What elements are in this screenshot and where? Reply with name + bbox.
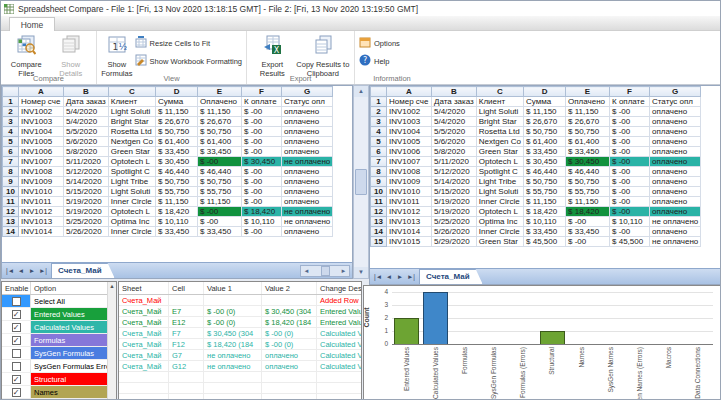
- grid-cell[interactable]: 5/26/2020: [64, 227, 109, 237]
- grid-cell[interactable]: $ -00: [242, 127, 282, 137]
- grid-cell[interactable]: $ 33,450: [524, 227, 566, 237]
- grid-cell[interactable]: 5/15/2020: [64, 187, 109, 197]
- grid-cell[interactable]: $ -00: [566, 237, 610, 247]
- checkbox[interactable]: ✓: [12, 388, 21, 397]
- option-label[interactable]: Formulas: [31, 334, 107, 347]
- option-label[interactable]: Names: [31, 386, 107, 399]
- enable-cell[interactable]: [2, 347, 31, 360]
- grid-cell[interactable]: $ 55,750: [566, 187, 610, 197]
- option-label[interactable]: Entered Values: [31, 308, 107, 321]
- grid-cell[interactable]: INV1004: [19, 127, 64, 137]
- grid-cell[interactable]: $ -00: [198, 217, 242, 227]
- grid-cell[interactable]: $ 50,750: [524, 177, 566, 187]
- grid-cell[interactable]: $ 18,420: [242, 207, 282, 217]
- grid-cell[interactable]: оплачено: [650, 177, 701, 187]
- grid-cell[interactable]: Сумма: [156, 97, 198, 107]
- grid-cell[interactable]: Light Soluti: [476, 187, 523, 197]
- grid-cell[interactable]: оплачено: [650, 227, 701, 237]
- grid-cell[interactable]: Light Soluti: [108, 107, 155, 117]
- sheet-tab-file1[interactable]: Счета_Май: [51, 263, 115, 278]
- grid-cell[interactable]: оплачено: [650, 107, 701, 117]
- grid-cell[interactable]: INV1005: [19, 137, 64, 147]
- first-sheet-icon[interactable]: |◄: [5, 264, 15, 278]
- enable-cell[interactable]: ✓: [2, 334, 31, 347]
- checkbox[interactable]: [12, 349, 21, 358]
- grid-cell[interactable]: INV1009: [19, 177, 64, 187]
- grid-cell[interactable]: $ 30,450: [566, 157, 610, 167]
- grid-cell[interactable]: $ -00: [242, 197, 282, 207]
- grid-cell[interactable]: $ -00: [242, 227, 282, 237]
- grid-cell[interactable]: К оплате: [242, 97, 282, 107]
- options-scrollbar[interactable]: ▲: [107, 282, 116, 400]
- grid-cell[interactable]: оплачено: [282, 127, 333, 137]
- grid-cell[interactable]: INV1007: [19, 157, 64, 167]
- result-row[interactable]: Счета_МайF12$ 18,420 (184$ -00 (0)Calcul…: [119, 339, 361, 350]
- option-row[interactable]: ✓Structural: [2, 373, 107, 386]
- grid-cell[interactable]: $ 11,150: [524, 107, 566, 117]
- grid-cell[interactable]: 5/8/2020: [432, 147, 477, 157]
- grid-cell[interactable]: INV1015: [387, 237, 432, 247]
- result-row[interactable]: Счета_МайG12не оплаченооплаченоCalculate…: [119, 361, 361, 372]
- show-workbook-formatting-button[interactable]: Show Workbook Formatting: [135, 54, 242, 68]
- grid-cell[interactable]: Optotech L: [476, 207, 523, 217]
- show-formulas-button[interactable]: 1½ Show Formulas: [101, 33, 133, 78]
- grid-cell[interactable]: Optotech L: [476, 157, 523, 167]
- grid-cell[interactable]: Nextgen Co: [108, 137, 155, 147]
- grid-cell[interactable]: $ -00: [610, 207, 650, 217]
- grid-cell[interactable]: INV1013: [387, 217, 432, 227]
- grid-cell[interactable]: К оплате: [610, 97, 650, 107]
- grid-cell[interactable]: INV1008: [387, 167, 432, 177]
- grid-cell[interactable]: $ 46,440: [156, 167, 198, 177]
- grid-cell[interactable]: $ 33,450: [156, 227, 198, 237]
- grid-cell[interactable]: $ 10,110: [610, 217, 650, 227]
- grid-cell[interactable]: 5/6/2020: [64, 137, 109, 147]
- grid-cell[interactable]: 5/4/2020: [432, 107, 477, 117]
- grid-cell[interactable]: Green Star: [476, 147, 523, 157]
- option-label[interactable]: Calculated Values: [31, 321, 107, 334]
- grid-cell[interactable]: $ 26,670: [524, 117, 566, 127]
- grid-cell[interactable]: оплачено: [650, 147, 701, 157]
- grid-cell[interactable]: оплачено: [282, 187, 333, 197]
- grid-cell[interactable]: $ -00: [610, 107, 650, 117]
- grid-cell[interactable]: INV1010: [387, 187, 432, 197]
- grid-cell[interactable]: $ 33,450: [198, 227, 242, 237]
- grid-cell[interactable]: не оплачено: [282, 217, 333, 227]
- grid-cell[interactable]: $ 33,450: [198, 147, 242, 157]
- grid-cell[interactable]: 5/15/2020: [432, 187, 477, 197]
- grid-cell[interactable]: $ 46,440: [524, 167, 566, 177]
- options-button[interactable]: Options: [359, 36, 400, 50]
- grid-cell[interactable]: Inner Circle: [108, 197, 155, 207]
- grid-cell[interactable]: $ 18,420: [524, 207, 566, 217]
- result-row[interactable]: Счета_МайF7$ 30,450 (304$ -00 (0)Calcula…: [119, 328, 361, 339]
- tab-home[interactable]: Home: [9, 17, 55, 31]
- grid-cell[interactable]: $ -00: [242, 117, 282, 127]
- grid-cell[interactable]: INV1006: [387, 147, 432, 157]
- grid-cell[interactable]: Дата заказ: [432, 97, 477, 107]
- grid-cell[interactable]: $ 11,150: [524, 197, 566, 207]
- grid-cell[interactable]: Дата заказ: [64, 97, 109, 107]
- grid-cell[interactable]: $ 46,440: [566, 167, 610, 177]
- grid-cell[interactable]: Номер сче: [387, 97, 432, 107]
- grid-cell[interactable]: оплачено: [650, 157, 701, 167]
- grid-cell[interactable]: 5/19/2020: [432, 197, 477, 207]
- grid-cell[interactable]: INV1010: [19, 187, 64, 197]
- grid-cell[interactable]: 5/19/2020: [432, 207, 477, 217]
- scrollbar-thumb[interactable]: [355, 169, 367, 195]
- grid-cell[interactable]: $ -00: [242, 167, 282, 177]
- prev-sheet-icon[interactable]: ◄: [384, 270, 394, 284]
- grid-cell[interactable]: 5/4/2020: [64, 107, 109, 117]
- grid-cell[interactable]: 5/11/2020: [432, 157, 477, 167]
- grid-cell[interactable]: 5/25/2020: [432, 217, 477, 227]
- resize-cells-button[interactable]: Resize Cells to Fit: [135, 36, 242, 50]
- checkbox[interactable]: ✓: [12, 323, 21, 332]
- grid-cell[interactable]: 5/25/2020: [64, 217, 109, 227]
- first-sheet-icon[interactable]: |◄: [373, 270, 383, 284]
- grid-cell[interactable]: Optotech L: [108, 207, 155, 217]
- grid-cell[interactable]: INV1012: [19, 207, 64, 217]
- grid-cell[interactable]: $ 33,450: [524, 147, 566, 157]
- grid-cell[interactable]: оплачено: [282, 137, 333, 147]
- grid-cell[interactable]: $ -00: [242, 147, 282, 157]
- grid-cell[interactable]: $ 50,750: [566, 127, 610, 137]
- grid-cell[interactable]: $ 61,400: [566, 137, 610, 147]
- grid-cell[interactable]: Inner Circle: [476, 227, 523, 237]
